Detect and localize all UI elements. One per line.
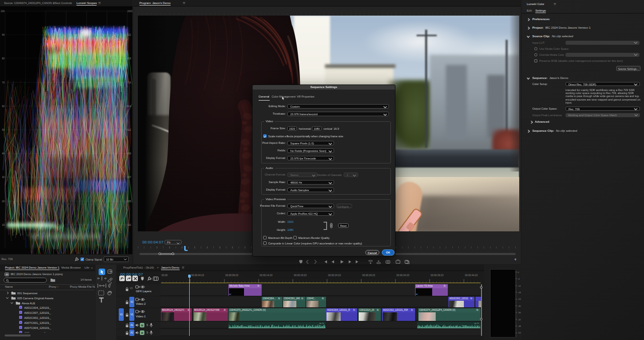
svg-text:-36: -36 bbox=[518, 311, 521, 314]
svg-text:-18: -18 bbox=[518, 291, 521, 294]
svg-text:30: 30 bbox=[2, 176, 5, 179]
svg-text:1023: 1023 bbox=[127, 10, 132, 13]
svg-text:80: 80 bbox=[2, 57, 5, 60]
svg-text:-54: -54 bbox=[518, 331, 521, 334]
svg-text:100: 100 bbox=[1, 10, 5, 13]
svg-text:409: 409 bbox=[127, 152, 131, 155]
svg-text:921: 921 bbox=[127, 34, 131, 36]
svg-text:-42: -42 bbox=[518, 318, 521, 321]
svg-text:-30: -30 bbox=[518, 305, 521, 307]
svg-text:-6: -6 bbox=[518, 278, 520, 280]
svg-text:50: 50 bbox=[2, 129, 5, 131]
svg-text:60: 60 bbox=[2, 105, 5, 108]
svg-text:10: 10 bbox=[2, 224, 5, 226]
svg-text:90: 90 bbox=[2, 34, 5, 36]
svg-text:-48: -48 bbox=[518, 325, 521, 327]
svg-text:818: 818 bbox=[127, 57, 131, 60]
svg-text:307: 307 bbox=[127, 176, 131, 179]
svg-text:-12: -12 bbox=[518, 285, 521, 287]
svg-text:716: 716 bbox=[127, 81, 131, 84]
svg-text:40: 40 bbox=[2, 152, 5, 155]
svg-text:102: 102 bbox=[127, 224, 131, 226]
svg-text:70: 70 bbox=[2, 81, 5, 84]
svg-text:512: 512 bbox=[127, 129, 131, 131]
svg-text:205: 205 bbox=[127, 200, 131, 203]
svg-text:20: 20 bbox=[2, 200, 5, 203]
svg-text:0: 0 bbox=[518, 271, 519, 274]
svg-text:-24: -24 bbox=[518, 298, 521, 300]
svg-text:614: 614 bbox=[127, 105, 131, 108]
